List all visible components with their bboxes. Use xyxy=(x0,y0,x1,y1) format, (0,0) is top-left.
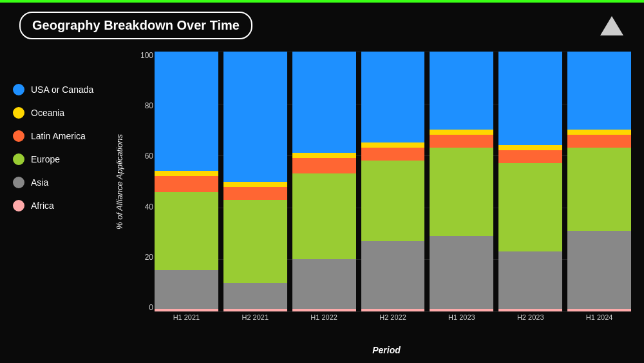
bar-segment-oceania xyxy=(292,153,356,158)
legend-item-europe: Europe xyxy=(13,153,93,165)
y-axis-label: % of Alliance Applications xyxy=(115,134,124,230)
bar-segment-europe xyxy=(430,148,493,236)
legend-item-latin-america: Latin America xyxy=(13,130,93,142)
bar-segment-europe xyxy=(155,192,218,270)
bar-segment-africa xyxy=(498,309,562,311)
bar-segment-latin_america xyxy=(567,135,631,148)
bar-segment-africa xyxy=(155,309,218,311)
bar-group xyxy=(498,52,562,311)
title-box: Geography Breakdown Over Time xyxy=(19,12,252,39)
bar-group xyxy=(567,52,631,311)
bar-segment-latin_america xyxy=(155,176,218,191)
legend-item-asia: Asia xyxy=(13,177,93,188)
y-tick: 80 xyxy=(129,102,153,110)
bar-segment-latin_america xyxy=(361,148,425,161)
legend-item-oceania: Oceania xyxy=(13,107,93,119)
legend-dot xyxy=(13,177,24,188)
logo-icon xyxy=(599,13,625,39)
bar-segment-oceania xyxy=(361,142,425,148)
bar-segment-usa_canada xyxy=(498,52,562,145)
y-tick: 20 xyxy=(129,253,153,261)
legend-label: USA or Canada xyxy=(31,84,93,95)
svg-marker-0 xyxy=(600,16,623,35)
bar-segment-latin_america xyxy=(292,158,356,173)
y-tick: 0 xyxy=(129,304,153,311)
bar-segment-usa_canada xyxy=(155,52,218,171)
x-label: H1 2023 xyxy=(430,313,493,328)
x-label: H1 2021 xyxy=(155,313,218,328)
legend-dot xyxy=(13,130,24,142)
bar-group xyxy=(223,52,287,311)
bar-group xyxy=(361,52,425,311)
legend-label: Europe xyxy=(31,154,60,164)
bar-group xyxy=(430,52,493,311)
bar-segment-latin_america xyxy=(498,150,562,163)
bar-segment-europe xyxy=(223,200,287,283)
x-label: H2 2021 xyxy=(223,313,287,328)
bar-segment-europe xyxy=(567,148,631,231)
bar-segment-latin_america xyxy=(223,187,287,200)
chart-title: Geography Breakdown Over Time xyxy=(32,18,240,32)
legend-label: Oceania xyxy=(31,108,64,118)
bar-segment-europe xyxy=(292,173,356,259)
bar-segment-asia xyxy=(155,270,218,309)
bar-segment-europe xyxy=(361,161,425,241)
x-label: H2 2023 xyxy=(498,313,562,328)
legend-label: Africa xyxy=(31,201,54,211)
top-accent-bar xyxy=(0,0,644,3)
legend-dot xyxy=(13,107,24,119)
bar-segment-oceania xyxy=(430,130,493,135)
y-axis-ticks: 100806040200 xyxy=(129,52,153,311)
x-label: H2 2022 xyxy=(361,313,425,328)
bar-segment-asia xyxy=(498,251,562,309)
bar-segment-africa xyxy=(567,309,631,311)
bar-segment-africa xyxy=(361,309,425,311)
y-tick: 60 xyxy=(129,152,153,160)
bar-segment-africa xyxy=(223,309,287,311)
bar-segment-latin_america xyxy=(430,135,493,148)
bar-segment-oceania xyxy=(498,145,562,150)
bar-segment-usa_canada xyxy=(567,52,631,130)
bar-segment-oceania xyxy=(567,130,631,135)
bar-segment-usa_canada xyxy=(361,52,425,142)
bar-segment-asia xyxy=(223,283,287,309)
bar-segment-oceania xyxy=(155,171,218,176)
legend-dot xyxy=(13,200,24,211)
bar-segment-asia xyxy=(430,236,493,309)
bar-segment-europe xyxy=(498,163,562,251)
bar-segment-africa xyxy=(292,309,356,311)
bar-segment-oceania xyxy=(223,182,287,187)
gridline xyxy=(155,311,631,312)
bars-container xyxy=(155,52,631,311)
y-tick: 100 xyxy=(129,52,153,59)
legend-dot xyxy=(13,84,24,95)
x-label: H1 2024 xyxy=(567,313,631,328)
bar-group xyxy=(292,52,356,311)
bar-group xyxy=(155,52,218,311)
bar-segment-africa xyxy=(430,309,493,311)
bar-segment-asia xyxy=(361,241,425,309)
y-tick: 40 xyxy=(129,203,153,211)
legend-dot xyxy=(13,153,24,165)
bar-segment-usa_canada xyxy=(430,52,493,130)
legend-label: Asia xyxy=(31,177,48,188)
legend: USA or Canada Oceania Latin America Euro… xyxy=(13,84,93,211)
x-axis-label: Period xyxy=(372,345,401,355)
x-axis-labels: H1 2021H2 2021H1 2022H2 2022H1 2023H2 20… xyxy=(155,313,631,328)
bar-segment-asia xyxy=(292,259,356,309)
bar-segment-usa_canada xyxy=(292,52,356,153)
legend-item-africa: Africa xyxy=(13,200,93,211)
legend-item-usa-or-canada: USA or Canada xyxy=(13,84,93,95)
x-label: H1 2022 xyxy=(292,313,356,328)
legend-label: Latin America xyxy=(31,131,86,141)
chart-container: 100806040200 H1 2021H2 2021H1 2022H2 202… xyxy=(129,52,631,328)
bar-segment-asia xyxy=(567,231,631,309)
bar-segment-usa_canada xyxy=(223,52,287,182)
